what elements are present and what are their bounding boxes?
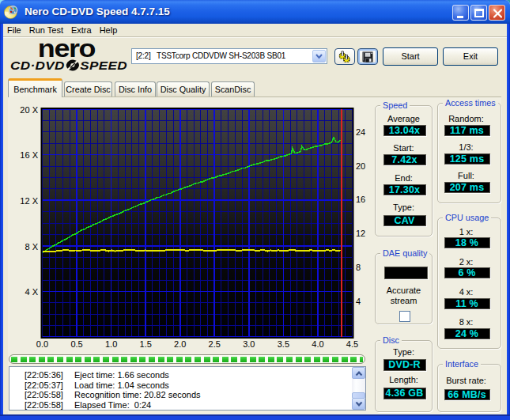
- x-axis-tick-label: 2.5: [209, 339, 221, 349]
- speed-row-label: End:: [376, 173, 432, 183]
- speed-row-label: Average: [376, 114, 432, 123]
- log-line: [22:05:58]Recognition time: 20.82 second…: [9, 390, 365, 400]
- group-title: DAE quality: [380, 248, 429, 259]
- log-message: Elapsed Time: 0:24: [74, 400, 151, 411]
- x-axis-tick-label: 4.0: [312, 339, 323, 349]
- tab-create-disc[interactable]: Create Disc: [64, 81, 112, 96]
- interface-row-label: Burst rate:: [435, 376, 497, 385]
- x-axis-tick-label: 4.5: [346, 339, 358, 349]
- left-axis-tick-label: 4 X: [25, 287, 38, 297]
- exit-button[interactable]: Exit: [443, 47, 498, 66]
- tab-scandisc[interactable]: ScanDisc: [211, 81, 255, 96]
- scrollbar-down-button[interactable]: [352, 398, 365, 410]
- cpu-value-display: 24 %: [444, 328, 490, 339]
- access-row-label: Random:: [435, 114, 497, 123]
- group-title: Access times: [443, 97, 498, 108]
- x-axis-tick-label: 1.5: [140, 339, 152, 349]
- log-listbox[interactable]: [22:05:36]Eject time: 1.66 seconds[22:05…: [9, 366, 366, 411]
- log-timestamp: [22:05:36]: [25, 370, 63, 380]
- cdvd-speed-logo-text: CD·DVDSPEED: [0, 59, 139, 72]
- dae-quality-value-box: [384, 267, 428, 279]
- scrollbar-up-button[interactable]: [352, 367, 365, 379]
- left-axis-tick-label: 8 X: [25, 242, 38, 252]
- close-button[interactable]: [489, 5, 505, 21]
- minimize-button[interactable]: [452, 5, 469, 21]
- right-axis-tick-label: 4: [356, 297, 361, 306]
- drive-selector-value: [2:2] TSSTcorp CDDVDW SH-S203B SB01: [136, 49, 285, 63]
- disc-logo-icon: [65, 59, 81, 71]
- scroll-up-arrow-icon: [355, 371, 362, 376]
- drive-selector-combobox[interactable]: [2:2] TSSTcorp CDDVDW SH-S203B SB01: [131, 48, 327, 64]
- scroll-down-arrow-icon: [355, 402, 362, 407]
- right-axis-tick-label: 24: [356, 127, 365, 137]
- disc-value-display: 4.36 GB: [383, 388, 426, 399]
- gears-icon: [338, 50, 352, 63]
- disc-group: DiscType:DVD-RLength:4.36 GB: [375, 340, 433, 412]
- progress-bar: [9, 354, 365, 364]
- accurate-stream-checkbox[interactable]: [399, 311, 410, 322]
- group-title: Interface: [443, 358, 481, 369]
- start-button[interactable]: Start: [383, 47, 438, 66]
- cpu-value-display: 6 %: [444, 267, 490, 278]
- log-scrollbar[interactable]: [352, 367, 365, 410]
- x-axis-tick-label: 3.5: [278, 339, 289, 349]
- group-title: CPU usage: [443, 212, 491, 223]
- menu-file[interactable]: File: [3, 24, 25, 36]
- access-times-group: Access timesRandom:117 ms1/3:125 msFull:…: [437, 103, 501, 203]
- tab-disc-quality[interactable]: Disc Quality: [157, 81, 210, 96]
- floppy-disk-icon: [362, 51, 373, 62]
- speed-group: SpeedAverage13.04xStart:7.42xEnd:17.30xT…: [375, 105, 433, 236]
- x-axis-tick-label: 2.0: [174, 339, 186, 349]
- app-icon: [4, 5, 18, 19]
- maximize-button[interactable]: [470, 5, 487, 21]
- access-row-label: 1/3:: [435, 142, 497, 152]
- cpu-row-label: 4 x:: [435, 287, 497, 297]
- menu-help[interactable]: Help: [96, 24, 122, 36]
- log-timestamp: [22:05:58]: [25, 400, 63, 411]
- nero-logo: nero CD·DVDSPEED: [11, 41, 127, 71]
- x-axis-tick-label: 1.0: [105, 339, 117, 349]
- nero-logo-text: nero: [36, 39, 98, 59]
- title-bar: Nero CD-DVD Speed 4.7.7.15: [0, 0, 510, 24]
- speed-value-display: 17.30x: [383, 184, 426, 195]
- window-border-right: [507, 24, 510, 414]
- disc-value-display: DVD-R: [383, 359, 426, 371]
- logo-speed-text: SPEED: [80, 59, 127, 72]
- group-title: Speed: [380, 100, 410, 111]
- access-value-display: 207 ms: [444, 182, 490, 193]
- cpu-row-label: 1 x:: [435, 227, 497, 236]
- right-axis-tick-label: 8: [356, 263, 361, 272]
- disc-row-label: Length:: [376, 375, 432, 384]
- log-message: Load time: 1.04 seconds: [74, 380, 169, 391]
- left-axis-tick-label: 16 X: [20, 150, 38, 160]
- tab-disc-info[interactable]: Disc Info: [115, 81, 156, 96]
- left-axis-tick-label: 12 X: [20, 196, 38, 206]
- dae-quality-group: DAE quality Accuratestream: [375, 253, 433, 324]
- cpu-row-label: 2 x:: [435, 257, 497, 267]
- speed-value-display: 7.42x: [383, 154, 426, 165]
- right-axis-tick-label: 12: [356, 229, 365, 238]
- log-message: Eject time: 1.66 seconds: [74, 370, 169, 380]
- window-title: Nero CD-DVD Speed 4.7.7.15: [25, 0, 170, 23]
- tab-benchmark[interactable]: Benchmark: [8, 78, 62, 97]
- speed-row-label: Start:: [376, 143, 432, 153]
- access-value-display: 117 ms: [444, 125, 490, 136]
- log-timestamp: [22:05:37]: [25, 380, 63, 391]
- log-line: [22:05:37]Load time: 1.04 seconds: [9, 380, 365, 391]
- app-window: Nero CD-DVD Speed 4.7.7.15 FileRun TestE…: [0, 0, 510, 420]
- cpu-row-label: 8 x:: [435, 317, 497, 327]
- log-message: Recognition time: 20.82 seconds: [74, 390, 201, 400]
- disc-row-label: Type:: [376, 347, 432, 357]
- cpu-value-display: 18 %: [444, 237, 490, 248]
- x-axis-tick-label: 0.5: [70, 339, 82, 349]
- x-axis-tick-label: 0.0: [36, 339, 48, 349]
- access-value-display: 125 ms: [444, 153, 490, 165]
- save-button[interactable]: [357, 48, 378, 65]
- access-row-label: Full:: [435, 171, 497, 180]
- right-axis-tick-label: 16: [356, 195, 365, 204]
- options-button[interactable]: [334, 48, 355, 65]
- right-axis-tick-label: 20: [356, 161, 365, 171]
- speed-value-display: 13.04x: [383, 125, 426, 136]
- cpu-usage-group: CPU usage1 x:18 %2 x:6 %4 x:11 %8 x:24 %: [437, 218, 501, 349]
- combo-dropdown-button[interactable]: [312, 50, 326, 62]
